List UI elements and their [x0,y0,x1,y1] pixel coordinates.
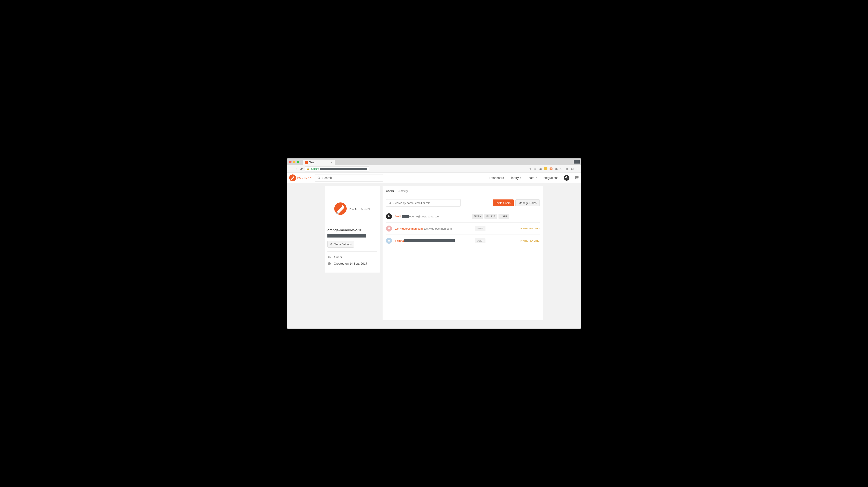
team-logo-text: POSTMAN [349,207,371,210]
user-row: Mojii +demo@getpostman.com ADMIN BILLING… [386,210,540,223]
gear-icon [330,243,333,246]
chevron-down-icon: ▼ [520,177,522,179]
extension-icon[interactable]: ✉ [571,167,574,170]
reload-button[interactable]: ⟳ [300,167,303,171]
extension-icon[interactable]: ◑ [555,167,558,170]
search-icon [388,201,392,205]
maximize-window-button[interactable] [297,161,299,163]
user-search[interactable] [386,199,461,206]
forward-button[interactable]: → [294,167,298,171]
user-row: belinda USER INVITE PENDING [386,235,540,247]
team-subtitle-redacted [328,234,366,237]
close-tab-icon[interactable]: × [331,161,333,164]
user-avatar-icon [386,238,392,244]
messages-icon[interactable] [575,175,579,180]
global-search[interactable] [315,174,383,181]
brand-name: POSTMAN [297,177,312,179]
role-badge: ADMIN [472,214,483,219]
user-avatar-icon [386,213,392,219]
user-avatar[interactable] [564,175,569,181]
browser-tab[interactable]: Team × [303,160,335,165]
invite-pending-label: INVITE PENDING [520,227,540,230]
postman-logo-icon [289,174,296,181]
user-count-row: 1 user [328,255,377,259]
role-badge: BILLING [485,214,497,219]
users-icon [328,255,331,259]
postman-favicon-icon [305,161,308,164]
nav-dashboard[interactable]: Dashboard [489,176,504,179]
menu-icon[interactable]: ⋮ [576,167,579,170]
back-button[interactable]: ← [289,167,292,171]
extension-yellow-icon[interactable] [544,167,548,170]
tab-activity[interactable]: Activity [399,189,408,195]
tab-users[interactable]: Users [386,189,394,195]
nav-library[interactable]: Library ▼ [509,176,522,179]
user-avatar-icon: H [386,226,392,232]
user-email: +demo@getpostman.com [402,215,441,218]
team-sidebar: POSTMAN orange-meadow-2701 Team Settings… [325,186,380,273]
secure-label: Secure [311,167,319,170]
minimize-window-button[interactable] [293,161,296,163]
nav-team[interactable]: Team ▼ [527,176,537,179]
user-name[interactable]: belinda [395,239,404,242]
divider [328,251,377,252]
app-body: POSTMAN orange-meadow-2701 Team Settings… [287,183,581,328]
user-list: Mojii +demo@getpostman.com ADMIN BILLING… [382,210,543,247]
created-row: Created on 14 Sep, 2017 [328,262,377,265]
role-badge: USER [475,226,486,231]
url-redacted [320,168,367,170]
user-count-label: 1 user [334,255,342,259]
lock-icon: 🔒 [307,167,310,170]
panel-tabs: Users Activity [382,186,543,195]
zoom-icon[interactable]: ⊕ [528,167,531,170]
redacted [404,239,455,242]
global-search-input[interactable] [322,176,381,179]
redacted [402,215,409,218]
user-name[interactable]: Mojii [395,215,401,218]
manage-roles-button[interactable]: Manage Roles [516,199,540,206]
extension-orange-icon[interactable]: ✕ [550,167,553,170]
user-search-input[interactable] [394,201,458,205]
created-label: Created on 14 Sep, 2017 [334,262,367,265]
role-badge: USER [475,238,486,243]
invite-users-button[interactable]: Invite Users [493,199,514,206]
team-settings-button[interactable]: Team Settings [328,241,354,248]
svg-rect-0 [388,240,390,241]
role-badge: USER [498,214,509,219]
user-name[interactable]: test@getpostman.com [395,227,423,230]
team-logo: POSTMAN [328,191,377,227]
chevron-down-icon: ▼ [535,177,537,179]
invite-pending-label: INVITE PENDING [520,239,540,242]
nav-integrations[interactable]: Integrations [543,176,558,179]
incognito-indicator [574,160,580,164]
app-header: POSTMAN Dashboard Library ▼ Team ▼ Integ… [287,173,581,183]
url-input[interactable]: 🔒 Secure [305,166,369,171]
tab-title: Team [309,161,315,164]
browser-toolbar-icons: ⊕ ☆ ◉ ✕ ◑ ☾ ▦ ✉ ⋮ [528,167,579,170]
close-window-button[interactable] [289,161,291,163]
user-email: test@getpostman.com [424,227,452,230]
postman-logo-icon [334,202,347,215]
extension-icon[interactable]: ◉ [539,167,542,170]
browser-address-bar: ← → ⟳ 🔒 Secure ⊕ ☆ ◉ ✕ ◑ ☾ ▦ ✉ ⋮ [287,165,581,173]
window-controls [287,159,302,165]
extension-icon[interactable]: ☾ [560,167,563,170]
search-icon [317,176,320,179]
browser-tab-bar: Team × [287,159,581,165]
bookmark-icon[interactable]: ☆ [533,167,537,170]
brand-logo[interactable]: POSTMAN [289,174,312,181]
user-row: H test@getpostman.com test@getpostman.co… [386,223,540,235]
browser-window: Team × ← → ⟳ 🔒 Secure ⊕ ☆ ◉ ✕ ◑ ☾ ▦ ✉ ⋮ [287,159,581,328]
header-nav: Dashboard Library ▼ Team ▼ Integrations [489,175,579,181]
team-name: orange-meadow-2701 [328,228,377,232]
users-panel: Users Activity Invite Users Manage Roles [382,186,543,320]
users-toolbar: Invite Users Manage Roles [382,195,543,210]
clock-icon [328,262,331,265]
extension-icon[interactable]: ▦ [565,167,568,170]
